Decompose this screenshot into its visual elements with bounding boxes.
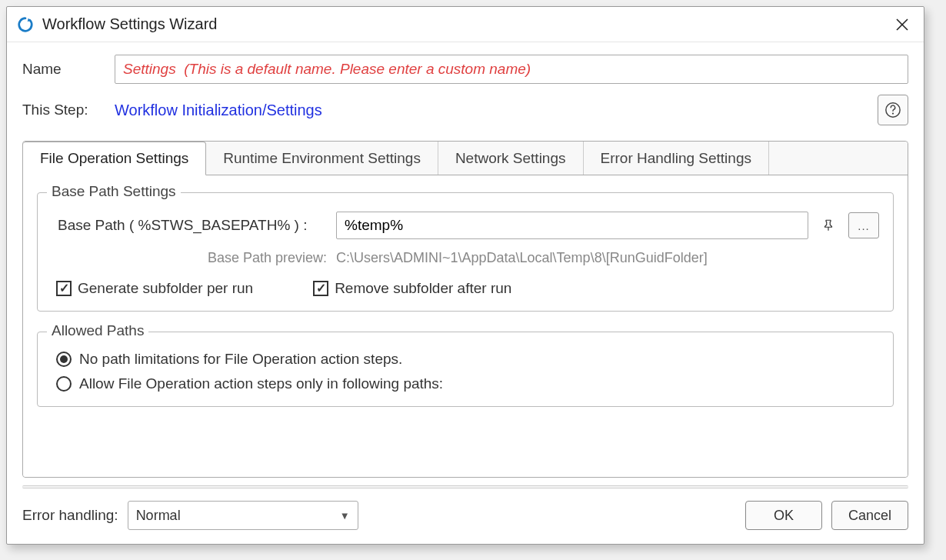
name-input-wrap xyxy=(115,55,908,84)
remove-subfolder-checkbox[interactable]: Remove subfolder after run xyxy=(313,280,511,297)
error-handling-label: Error handling: xyxy=(22,507,118,524)
tab-label: Error Handling Settings xyxy=(601,150,751,167)
ellipsis-icon: ... xyxy=(858,219,870,232)
tab-label: Network Settings xyxy=(455,150,566,167)
tab-file-operation-settings[interactable]: File Operation Settings xyxy=(23,142,206,175)
base-path-legend: Base Path Settings xyxy=(47,183,181,200)
pin-icon xyxy=(821,218,835,232)
base-path-group: Base Path Settings Base Path ( %STWS_BAS… xyxy=(37,192,894,312)
generate-subfolder-checkbox[interactable]: Generate subfolder per run xyxy=(56,280,253,297)
browse-button[interactable]: ... xyxy=(848,212,879,238)
button-label: Cancel xyxy=(848,508,891,524)
radio-icon xyxy=(56,376,72,392)
radio-icon xyxy=(56,352,72,367)
help-button[interactable] xyxy=(878,95,908,125)
name-row: Name xyxy=(22,55,908,84)
select-value: Normal xyxy=(136,508,181,524)
subfolder-check-row: Generate subfolder per run Remove subfol… xyxy=(52,280,879,297)
close-button[interactable] xyxy=(887,9,918,40)
ok-button[interactable]: OK xyxy=(745,501,822,530)
window-title: Workflow Settings Wizard xyxy=(42,15,887,33)
tab-network-settings[interactable]: Network Settings xyxy=(438,142,584,175)
radio-label: Allow File Operation action steps only i… xyxy=(79,375,443,392)
titlebar: Workflow Settings Wizard xyxy=(7,7,924,42)
help-icon xyxy=(884,102,901,118)
tab-body: Base Path Settings Base Path ( %STWS_BAS… xyxy=(23,175,908,477)
dialog-content: Name This Step: Workflow Initialization/… xyxy=(7,42,924,501)
tab-runtime-environment-settings[interactable]: Runtime Environment Settings xyxy=(206,142,438,175)
base-path-label: Base Path ( %STWS_BASEPATH% ) : xyxy=(52,217,336,234)
cancel-button[interactable]: Cancel xyxy=(831,501,908,530)
radio-only-following[interactable]: Allow File Operation action steps only i… xyxy=(52,375,879,392)
base-path-input[interactable] xyxy=(336,212,808,239)
preview-row: Base Path preview: C:\Users\ADMINI~1\App… xyxy=(52,250,879,266)
checkbox-label: Remove subfolder after run xyxy=(335,280,511,297)
footer: Error handling: Normal ▼ OK Cancel xyxy=(7,501,924,544)
name-label: Name xyxy=(22,61,115,78)
tabs-container: File Operation Settings Runtime Environm… xyxy=(22,141,908,478)
pin-button[interactable] xyxy=(814,212,842,239)
tab-strip: File Operation Settings Runtime Environm… xyxy=(23,142,908,175)
preview-label: Base Path preview: xyxy=(52,250,336,266)
separator xyxy=(22,485,908,488)
app-icon xyxy=(16,15,35,34)
svg-point-3 xyxy=(892,112,894,114)
step-link[interactable]: Workflow Initialization/Settings xyxy=(115,102,878,119)
checkbox-label: Generate subfolder per run xyxy=(78,280,253,297)
chevron-down-icon: ▼ xyxy=(340,510,350,522)
step-row: This Step: Workflow Initialization/Setti… xyxy=(22,95,908,125)
radio-label: No path limitations for File Operation a… xyxy=(79,351,402,368)
error-handling-select[interactable]: Normal ▼ xyxy=(128,501,358,530)
dialog-window: Workflow Settings Wizard Name This Step:… xyxy=(6,6,924,545)
allowed-paths-group: Allowed Paths No path limitations for Fi… xyxy=(37,332,894,407)
step-label: This Step: xyxy=(22,102,115,118)
checkbox-icon xyxy=(56,281,72,296)
tab-error-handling-settings[interactable]: Error Handling Settings xyxy=(584,142,769,175)
checkbox-icon xyxy=(313,281,328,296)
name-input[interactable] xyxy=(115,55,908,84)
base-path-row: Base Path ( %STWS_BASEPATH% ) : ... xyxy=(52,212,879,239)
preview-value: C:\Users\ADMINI~1\AppData\Local\Temp\8\[… xyxy=(336,250,708,266)
allowed-paths-legend: Allowed Paths xyxy=(47,322,148,339)
button-label: OK xyxy=(774,508,794,524)
close-icon xyxy=(895,18,909,32)
radio-no-limitations[interactable]: No path limitations for File Operation a… xyxy=(52,351,879,368)
tab-label: Runtime Environment Settings xyxy=(223,150,421,167)
tab-label: File Operation Settings xyxy=(40,150,188,167)
